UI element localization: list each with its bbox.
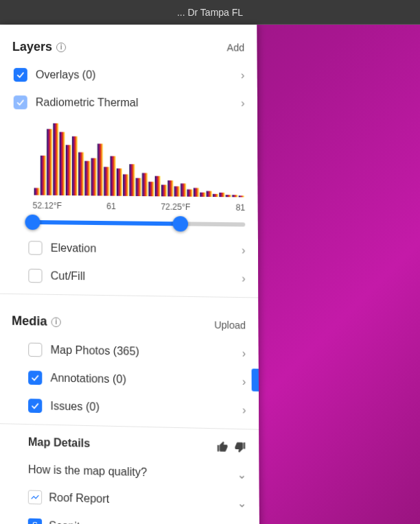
svg-rect-4 — [60, 132, 65, 195]
topbar: ... Dr Tampa FL — [0, 0, 420, 25]
svg-rect-0 — [34, 188, 40, 195]
map-photos-checkbox[interactable] — [28, 343, 42, 357]
issues-label: Issues (0) — [50, 400, 235, 416]
layers-title: Layers i — [12, 40, 66, 54]
svg-rect-27 — [207, 191, 213, 197]
svg-rect-1 — [40, 156, 46, 195]
svg-rect-16 — [136, 178, 141, 197]
svg-rect-29 — [219, 193, 225, 197]
svg-rect-25 — [194, 188, 199, 197]
chevron-right-icon[interactable]: › — [235, 404, 246, 417]
thermal-range: 52.12°F 61 72.25°F 81 — [33, 200, 246, 227]
radiometric-checkbox[interactable] — [14, 95, 27, 109]
chevron-right-icon[interactable]: › — [235, 272, 246, 285]
roof-report-label: Roof Report — [49, 491, 230, 509]
svg-rect-22 — [174, 187, 180, 197]
svg-rect-14 — [123, 174, 128, 196]
cutfill-checkbox[interactable] — [28, 269, 42, 283]
range-handle-low[interactable] — [25, 215, 40, 230]
panel-collapse-tab[interactable] — [252, 368, 260, 391]
svg-rect-23 — [180, 184, 186, 197]
chevron-right-icon[interactable]: › — [235, 347, 246, 360]
radiometric-row[interactable]: Radiometric Thermal › — [0, 88, 257, 117]
svg-rect-15 — [129, 164, 135, 196]
chevron-right-icon[interactable]: › — [234, 97, 245, 110]
svg-rect-17 — [142, 173, 148, 196]
info-icon[interactable]: i — [56, 43, 66, 52]
svg-rect-30 — [226, 195, 232, 197]
thumbs-down-icon[interactable] — [233, 440, 246, 453]
svg-rect-18 — [148, 182, 154, 196]
issues-row[interactable]: Issues (0) › — [0, 391, 259, 425]
svg-rect-10 — [97, 144, 103, 196]
chevron-down-icon[interactable]: ⌄ — [230, 496, 246, 510]
chevron-right-icon[interactable]: › — [235, 375, 246, 388]
map-details-title: Map Details — [28, 436, 216, 453]
svg-rect-2 — [47, 129, 52, 195]
svg-rect-21 — [167, 180, 173, 196]
chevron-down-icon[interactable]: ⌄ — [230, 468, 246, 481]
cutfill-row[interactable]: Cut/Fill › — [0, 261, 258, 293]
annotations-checkbox[interactable] — [28, 370, 42, 385]
range-ticks: 52.12°F 61 72.25°F 81 — [33, 200, 246, 216]
scopito-icon: S — [28, 519, 42, 524]
elevation-checkbox[interactable] — [28, 241, 42, 255]
side-panel: Layers i Add Overlays (0) › Radiometric … — [0, 25, 259, 524]
add-layer-button[interactable]: Add — [227, 42, 245, 53]
svg-rect-9 — [91, 158, 97, 196]
svg-rect-6 — [72, 136, 78, 195]
issues-checkbox[interactable] — [28, 398, 42, 413]
range-handle-high[interactable] — [172, 216, 188, 232]
cutfill-label: Cut/Fill — [51, 270, 235, 285]
svg-rect-32 — [239, 195, 245, 197]
overlays-label: Overlays (0) — [36, 69, 234, 82]
radiometric-label: Radiometric Thermal — [36, 96, 234, 109]
svg-rect-11 — [104, 167, 109, 195]
svg-rect-8 — [84, 161, 90, 196]
range-track[interactable] — [33, 220, 246, 227]
svg-rect-13 — [117, 169, 122, 196]
svg-rect-24 — [187, 189, 193, 197]
map-photos-row[interactable]: Map Photos (365) › — [0, 335, 259, 368]
svg-rect-5 — [66, 145, 71, 195]
svg-rect-26 — [200, 193, 205, 197]
chevron-right-icon[interactable]: › — [235, 244, 246, 257]
elevation-label: Elevation — [51, 242, 235, 257]
roof-report-icon — [28, 490, 42, 504]
media-section-head: Media i Upload — [0, 298, 259, 340]
divider — [0, 294, 258, 298]
svg-rect-20 — [161, 184, 167, 196]
map-quality-label: How is the map quality? — [28, 463, 230, 481]
svg-rect-3 — [53, 123, 58, 195]
annotations-label: Annotations (0) — [51, 372, 235, 388]
svg-rect-7 — [78, 152, 84, 195]
elevation-row[interactable]: Elevation › — [0, 234, 258, 265]
svg-rect-12 — [110, 156, 116, 196]
map-photos-label: Map Photos (365) — [51, 344, 235, 359]
upload-button[interactable]: Upload — [214, 319, 246, 331]
info-icon[interactable]: i — [51, 317, 61, 327]
svg-rect-28 — [213, 194, 218, 197]
layers-section-head: Layers i Add — [0, 25, 257, 62]
media-title: Media i — [12, 313, 61, 329]
overlays-row[interactable]: Overlays (0) › — [0, 61, 257, 89]
range-fill — [33, 220, 180, 226]
project-title: ... Dr Tampa FL — [177, 7, 243, 18]
thermal-histogram — [34, 121, 246, 199]
svg-rect-31 — [232, 195, 238, 197]
scopito-label: Scopito — [49, 519, 230, 524]
svg-rect-19 — [155, 176, 161, 197]
thumbs-up-icon[interactable] — [216, 440, 229, 453]
overlays-checkbox[interactable] — [14, 68, 27, 82]
chevron-right-icon[interactable]: › — [234, 69, 245, 82]
